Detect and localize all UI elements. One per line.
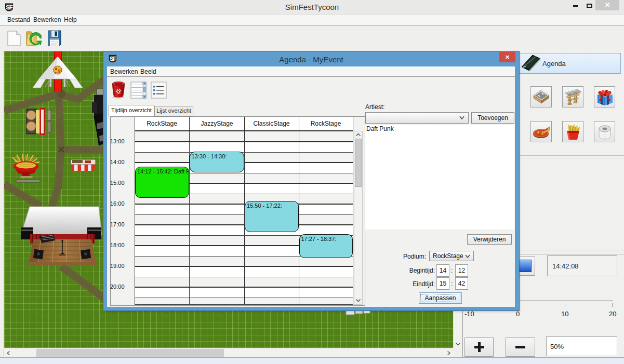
svg-text:SF: SF — [6, 4, 13, 10]
